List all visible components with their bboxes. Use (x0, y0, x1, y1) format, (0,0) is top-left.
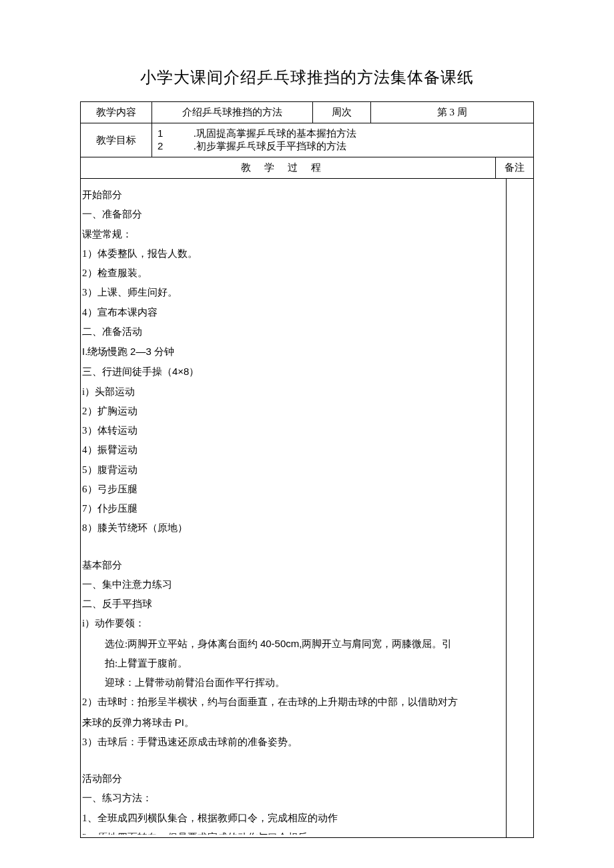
routine-heading: 课堂常规： (82, 225, 501, 244)
technique-line: 选位:两脚开立平站，身体离台面约 40-50cm,两脚开立与肩同宽，两膝微屈。引 (82, 634, 501, 654)
prep-heading: 一、准备部分 (82, 205, 501, 224)
technique-rest: 2）击球时：拍形呈半横状，约与台面垂直，在击球的上升期击球的中部，以借助对方 (82, 693, 501, 712)
basic-item: i）动作要领： (82, 614, 501, 633)
label-goals: 教学目标 (81, 123, 152, 157)
routine-item: 1）体委整队，报告人数。 (82, 244, 501, 264)
technique-line: 迎球：上臂带动前臂沿台面作平行挥动。 (82, 673, 501, 693)
basic-item: 一、集中注意力练习 (82, 575, 501, 594)
process-label: 教学过程 (110, 161, 465, 174)
exercise-item: 6）弓步压腿 (82, 480, 501, 499)
warmup-heading: 二、准备活动 (82, 322, 501, 342)
exercise-item: 5）腹背运动 (82, 460, 501, 480)
label-content: 教学内容 (81, 102, 152, 123)
routine-item: 4）宣布本课内容 (82, 303, 501, 322)
lesson-plan-table: 教学内容 介绍乒乓球推挡的方法 周次 第 3 周 教学目标 1.巩固提高掌握乒乓… (80, 101, 534, 838)
basic-heading: 基本部分 (82, 556, 501, 575)
note-label: 备注 (496, 157, 534, 179)
goal-text-1: .巩固提高掌握乒乓球的基本握拍方法 (194, 128, 356, 139)
exercise-heading: 三、行进间徒手操（4×8） (82, 362, 501, 382)
note-column (507, 179, 533, 837)
goals-cell: 1.巩固提高掌握乒乓球的基本握拍方法 2.初步掌握乒乓球反手平挡球的方法 (152, 123, 534, 157)
goal-line-2: 2.初步掌握乒乓球反手平挡球的方法 (158, 140, 528, 153)
start-heading: 开始部分 (82, 185, 501, 205)
activity-heading: 活动部分 (82, 769, 501, 789)
technique-rest: 来球的反弹力将球击 PI。 (82, 713, 501, 733)
activity-item: 1、全班成四列横队集合，根据教师口令，完成相应的动作 (82, 809, 501, 828)
routine-item: 3）上课、师生问好。 (82, 283, 501, 302)
basic-item: 二、反手平挡球 (82, 594, 501, 614)
goal-num-1: 1 (158, 127, 170, 139)
exercise-item: 3）体转运动 (82, 421, 501, 440)
exercise-item: 2）扩胸运动 (82, 402, 501, 421)
routine-item: 2）检查服装。 (82, 264, 501, 283)
goal-text-2: .初步掌握乒乓球反手平挡球的方法 (194, 141, 346, 151)
technique-line: 拍:上臂置于腹前。 (82, 654, 501, 673)
week-value: 第 3 周 (370, 102, 533, 123)
warmup-item: I.I.绕场慢跑 2—3 分钟绕场慢跑 2—3 分钟 (82, 342, 501, 362)
process-header: 教学过程 (81, 157, 496, 179)
content-value: 介绍乒乓球推挡的方法 (152, 102, 313, 123)
exercise-item: 7）仆步压腿 (82, 499, 501, 518)
technique-rest: 3）击球后：手臂迅速还原成击球前的准备姿势。 (82, 733, 501, 752)
exercise-item: 4）振臂运动 (82, 440, 501, 460)
process-body: 开始部分 一、准备部分 课堂常规： 1）体委整队，报告人数。 2）检查服装。 3… (81, 179, 507, 837)
activity-item-cutoff: 2、原地四面转向，但是要求完成的动作与口令相反 (82, 828, 501, 835)
label-week: 周次 (312, 102, 370, 123)
exercise-item: 8）膝关节绕环（原地） (82, 518, 501, 538)
exercise-item: i）头部运动 (82, 382, 501, 402)
activity-sub: 一、练习方法： (82, 789, 501, 808)
goal-line-1: 1.巩固提高掌握乒乓球的基本握拍方法 (158, 127, 528, 140)
goal-num-2: 2 (158, 140, 170, 151)
page-title: 小学大课间介绍乒乓球推挡的方法集体备课纸 (80, 67, 534, 88)
